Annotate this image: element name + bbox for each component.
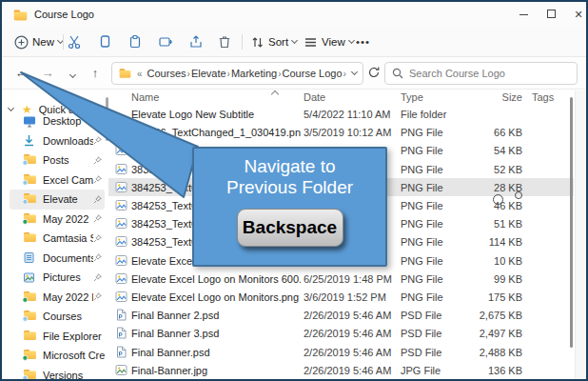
file-name: Final-Banner.jpg [131,365,207,376]
column-header-name[interactable]: Name [131,91,159,103]
column-header-tags[interactable]: Tags [532,91,554,103]
rename-button[interactable] [158,31,173,52]
sidebar-item-desktop[interactable]: Desktop [10,111,105,131]
file-list-scrollbar[interactable] [570,97,573,348]
breadcrumb[interactable]: « Courses›Elevate›Marketing›Course Logo› [111,62,363,85]
cursor-click-circle [515,191,522,199]
table-row[interactable]: Elevate Logo New Subtitle5/4/2022 11:10 … [108,106,574,124]
sidebar-item-microsoft-creators-w[interactable]: Microsoft Creators W [10,346,105,366]
file-name: Elevate Excel Logo on Monitors 600.png [131,273,301,285]
recent-locations-button[interactable] [63,64,82,83]
sidebar-item-may-2022-event[interactable]: May 2022 Event [10,288,105,308]
sidebar-item-label: Excel Campus [43,174,93,186]
file-size: 2,675 KB [446,310,522,321]
folder-icon [23,330,37,343]
back-button[interactable]: ← [11,64,30,83]
file-date: 3/5/2019 10:12 AM [304,127,391,138]
title-bar: Course Logo ✕ [2,2,586,27]
file-size: 99 KB [446,273,522,285]
psd-file-icon [115,327,128,340]
table-row[interactable]: Final Banner 2.psd2/26/2019 5:46 AMPSD F… [108,307,574,325]
chevron-down-icon [291,37,298,44]
breadcrumb-item[interactable]: Marketing [231,68,277,79]
sidebar-item-courses[interactable]: Courses [10,307,105,327]
file-size: 2,497 KB [446,328,522,339]
sidebar-item-excel-campus[interactable]: Excel Campus [10,170,105,190]
file-date: 5/4/2022 11:10 AM [304,109,391,120]
folder-sync-icon [23,192,37,206]
file-type: PNG File [401,273,443,285]
up-button[interactable]: ↑ [86,64,105,83]
folder-sync-icon [23,310,37,323]
table-row[interactable]: Final Banner.psd2/26/2019 5:46 AMPSD Fil… [108,343,574,361]
pin-icon [93,175,102,184]
sidebar-item-file-explorer-shortcut[interactable]: File Explorer Shortcut [10,327,105,347]
file-type: PNG File [401,291,443,303]
pin-icon [93,214,102,223]
file-name: Elevate Logo New Subtitle [131,109,254,120]
sidebar-item-posts[interactable]: Posts [10,150,105,170]
folder-green-icon [23,212,37,226]
folder-file-icon [115,108,128,121]
breadcrumb-item[interactable]: Elevate [191,68,226,79]
column-header-type[interactable]: Type [401,91,423,103]
minimize-button[interactable] [514,6,533,23]
breadcrumb-item[interactable]: Courses [147,68,186,79]
sidebar-item-label: Courses [43,311,105,322]
folder-sync-icon [23,369,37,379]
file-type: PNG File [401,218,443,230]
table-row[interactable]: Elevate Excel Logo on Monitors.png3/6/20… [108,288,574,306]
paste-button[interactable] [127,31,143,52]
copy-button[interactable] [97,31,112,52]
breadcrumb-segments: Courses›Elevate›Marketing›Course Logo› [147,68,347,79]
sidebar-item-documents[interactable]: Documents [10,249,105,269]
table-row[interactable]: Final-Banner.jpg2/26/2019 5:46 AMJPG Fil… [108,361,574,379]
delete-button[interactable] [217,31,232,52]
view-grid-icon [303,34,318,50]
file-type: PSD File [401,347,441,358]
file-type: PNG File [401,182,443,193]
chevron-down-icon[interactable] [8,105,14,111]
column-header-size[interactable]: Size [446,91,522,103]
pin-icon [93,117,102,126]
table-row[interactable]: 383366_TextChanged_1_030419.png3/5/2019 … [108,124,574,142]
sidebar-item-pictures[interactable]: Pictures [10,268,105,288]
file-date: 2/26/2019 5:46 AM [304,328,391,339]
more-options-button[interactable]: ••• [356,31,370,52]
view-label: View [322,36,345,48]
cut-button[interactable] [67,31,82,52]
file-name: Final Banner 2.psd [131,310,219,321]
sidebar-item-downloads[interactable]: Downloads [10,131,105,151]
breadcrumb-item[interactable]: Course Logo [283,68,343,79]
forward-button[interactable]: → [38,64,57,83]
maximize-button[interactable] [541,6,560,23]
share-button[interactable] [188,31,204,52]
view-button[interactable]: View [303,31,354,52]
column-header-date[interactable]: Date [304,91,325,103]
pin-icon [93,136,102,145]
table-row[interactable]: Elevate Excel Logo on Monitors 600.png6/… [108,270,574,288]
refresh-button[interactable] [367,66,381,79]
file-size: 2,488 KB [446,347,522,358]
sidebar-item-versions[interactable]: Versions [10,366,105,380]
minimize-icon [519,14,528,15]
sidebar-item-label: May 2022 Event [43,291,93,303]
search-input[interactable]: Search Course Logo [384,62,578,85]
new-button[interactable]: New [13,31,63,52]
sidebar-item-elevate[interactable]: Elevate [10,190,105,210]
breadcrumb-separator: › [343,69,347,79]
file-size: 54 KB [446,145,522,156]
sidebar-item-label: Documents [43,252,93,264]
pin-icon [93,273,102,282]
jpg-file-icon [115,364,128,377]
paste-icon [127,34,143,50]
sort-button[interactable]: Sort [249,31,297,52]
file-size: 28 KB [446,182,522,193]
file-name: Elevate Excel Logo on Monitors.png [131,291,299,303]
sidebar-item-may-2022[interactable]: May 2022 [10,210,105,230]
chevron-down-icon[interactable] [351,69,358,75]
close-button[interactable]: ✕ [569,6,588,23]
table-row[interactable]: Final Banner 3.psd2/26/2019 5:46 AMPSD F… [108,325,574,343]
sidebar-item-camtasia-studio[interactable]: Camtasia Studio [10,229,105,249]
file-size: 114 KB [446,236,522,248]
